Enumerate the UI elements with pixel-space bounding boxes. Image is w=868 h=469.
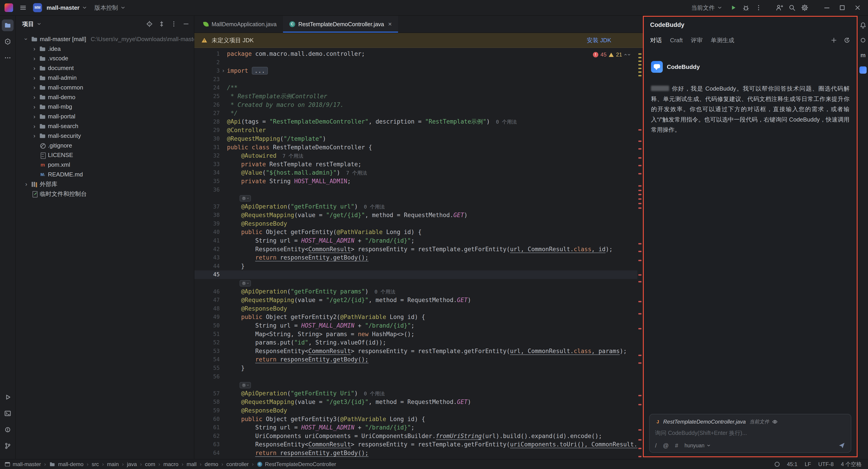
line-number[interactable]: 28 [200,118,220,126]
code-text[interactable]: params.put("id", String.valueOf(id)); [227,338,638,347]
code-line[interactable]: 27 */ [194,109,638,118]
encoding[interactable]: UTF-8 [818,461,834,467]
tree-item[interactable]: ›mall-demo [16,92,194,102]
code-line[interactable]: 36 [194,186,638,194]
search-icon[interactable] [786,2,798,13]
line-number[interactable]: 36 [200,186,220,194]
breadcrumb-item[interactable]: java [127,461,137,467]
chevron-right-icon[interactable]: › [31,133,37,139]
code-text[interactable]: @RequestMapping("/template") [227,135,638,143]
code-text[interactable]: return responseEntity.getBody(); [227,449,638,458]
code-text[interactable]: */ [227,109,638,118]
code-line[interactable]: 44 } [194,262,638,271]
warning-stripe-mark[interactable] [638,61,642,62]
tree-item[interactable]: ›mall-security [16,131,194,141]
maximize-button[interactable] [835,2,849,13]
code-line[interactable]: 23 [194,75,638,84]
terminal-tool-icon[interactable] [2,407,13,419]
breadcrumb-item[interactable]: mall-master [4,461,41,467]
tree-item[interactable]: ›.idea [16,44,194,54]
code-line[interactable]: 46 @ApiOperation("getForEntity params") … [194,288,638,296]
chevron-right-icon[interactable]: › [31,56,37,62]
error-stripe-mark[interactable] [638,456,642,457]
tree-row-root[interactable]: ›mall-master [mall]C:\Users\v_myye\Downl… [16,34,194,44]
settings-icon[interactable] [799,2,810,13]
code-line[interactable]: 35 private String HOST_MALL_ADMIN; [194,177,638,186]
code-text[interactable]: } [227,262,638,271]
line-number[interactable]: 34 [200,169,220,177]
error-stripe-mark[interactable] [638,207,642,209]
tree-item[interactable]: ›mall-search [16,121,194,131]
code-text[interactable]: public Object getForEntity3(@PathVariabl… [227,415,638,424]
chevron-right-icon[interactable]: › [31,85,37,90]
collapse-all-icon[interactable] [158,21,165,27]
code-line[interactable]: 54 return responseEntity.getBody(); [194,355,638,364]
line-number[interactable]: 1 [200,50,220,58]
error-stripe-mark[interactable] [638,439,642,440]
warning-stripe-mark[interactable] [638,75,642,76]
code-line[interactable]: 32 @Autowired 7 个用法 [194,152,638,160]
code-text[interactable]: String url = HOST_MALL_ADMIN + "/brand/{… [227,322,638,330]
chevron-right-icon[interactable]: › [31,65,37,71]
chevron-right-icon[interactable]: › [31,104,37,110]
history-icon[interactable] [844,37,850,44]
error-stripe-mark[interactable] [638,362,642,364]
close-button[interactable] [851,2,864,13]
more-options-icon[interactable] [170,21,177,27]
breadcrumb-item[interactable]: com [145,461,155,467]
send-button[interactable] [838,442,845,449]
line-number[interactable]: 26 [200,101,220,109]
context-file-chip[interactable]: J RestTemplateDemoController.java 当前文件 [655,418,845,425]
error-stripe-mark[interactable] [638,301,642,302]
code-text[interactable]: @Api(tags = "RestTemplateDemoController"… [227,118,638,126]
run-config-selector[interactable]: 当前文件 [691,4,722,12]
code-line[interactable]: 53 ResponseEntity<CommonResult> response… [194,347,638,356]
line-number[interactable]: 3 [200,67,220,75]
codebuddy-tab-评审[interactable]: 评审 [691,36,703,44]
code-text[interactable]: import ... [227,67,638,75]
chat-input[interactable]: 询问 CodeBuddy(Shift+Enter 换行)... [655,429,845,437]
line-number[interactable]: 24 [200,83,220,92]
code-text[interactable]: @ApiOperation("getForEntity Uri") 0 个用法 [227,389,638,398]
error-stripe-mark[interactable] [638,129,642,131]
code-text[interactable]: ResponseEntity<CommonResult> responseEnt… [227,245,638,254]
editor-tab[interactable]: CRestTemplateDemoController.java× [283,16,398,33]
code-text[interactable]: String url = HOST_MALL_ADMIN + "/brand/{… [227,423,638,432]
code-text[interactable]: public class RestTemplateDemoController … [227,143,638,152]
code-line[interactable]: 1package com.macro.mall.demo.controller; [194,50,638,58]
line-number[interactable]: 57 [200,390,220,398]
ai-actions-icon[interactable]: › [240,280,251,287]
code-line[interactable]: 33 private RestTemplate restTemplate; [194,160,638,169]
new-chat-icon[interactable] [831,37,837,44]
code-line[interactable]: 45 [194,270,638,279]
line-number[interactable]: 43 [200,254,220,262]
error-stripe-mark[interactable] [638,157,642,159]
vcs-widget[interactable]: 版本控制 [94,4,126,12]
error-stripe-mark[interactable] [638,281,642,282]
more-tool-windows-icon[interactable] [2,52,13,64]
error-stripe-mark[interactable] [638,185,642,187]
warning-stripe-mark[interactable] [638,68,642,69]
ai-actions-icon[interactable]: › [240,195,251,202]
chevron-right-icon[interactable]: › [31,75,37,81]
code-text[interactable]: return responseEntity.getBody(); [227,355,638,364]
line-number[interactable]: 47 [200,296,220,305]
code-line[interactable]: 39 @ResponseBody [194,220,638,228]
breadcrumb-item[interactable]: macro [163,461,179,467]
line-number[interactable]: 37 [200,203,220,211]
tree-item[interactable]: ›mall-mbg [16,102,194,112]
line-number[interactable]: 23 [200,75,220,84]
code-text[interactable]: @Value("${host.mall.admin}") 7 个用法 [227,169,638,177]
notifications-icon[interactable] [858,20,868,30]
code-with-me-icon[interactable] [774,2,785,13]
close-tab-icon[interactable]: × [388,21,392,28]
project-tool-icon[interactable] [2,20,13,31]
model-selector[interactable]: hunyuan [684,442,711,449]
code-line[interactable]: 63 ResponseEntity<CommonResult> response… [194,440,638,449]
locate-file-icon[interactable] [146,21,153,27]
codebuddy-tab-对话[interactable]: 对话 [650,36,662,44]
breadcrumb-item[interactable]: src [92,461,99,467]
line-number[interactable]: 56 [200,372,220,381]
code-line[interactable]: 28@Api(tags = "RestTemplateDemoControlle… [194,118,638,126]
error-stripe-mark[interactable] [638,190,642,191]
